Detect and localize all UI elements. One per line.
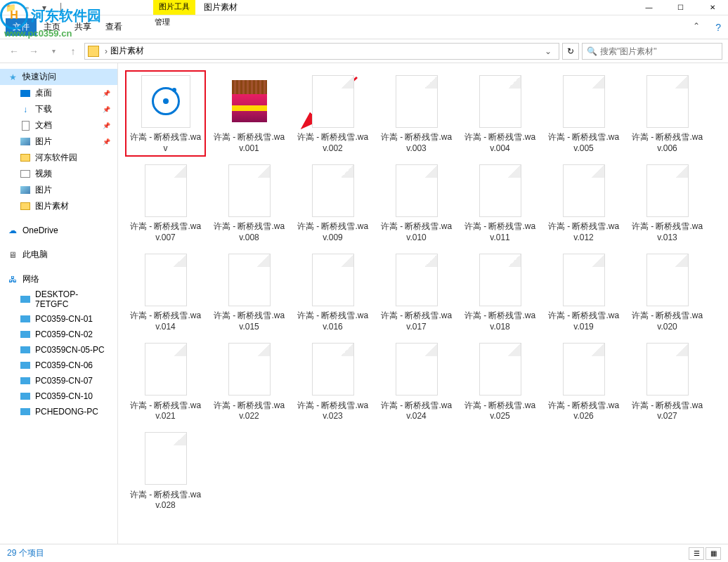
file-item[interactable]: 许嵩 - 断桥残雪.wav.007 [125,159,206,246]
sidebar-network-computer[interactable]: PC0359-CN-02 [0,327,117,342]
view-details-button[interactable]: ☰ [689,547,704,560]
chevron-right-icon[interactable]: › [102,46,110,56]
file-item[interactable]: 许嵩 - 断桥残雪.wav.012 [543,159,624,246]
qat-properties-icon[interactable]: ▫ [20,1,35,15]
ribbon-tab-share[interactable]: 共享 [67,18,98,36]
file-item[interactable]: 许嵩 - 断桥残雪.wav.008 [209,159,290,246]
file-item[interactable]: 许嵩 - 断桥残雪.wav.021 [125,339,206,425]
file-thumbnail [556,251,612,308]
file-item[interactable]: 许嵩 - 断桥残雪.wav.010 [376,159,457,246]
file-item[interactable]: 许嵩 - 断桥残雪.wav.004 [460,70,540,157]
search-box[interactable]: 🔍 [582,43,722,60]
sidebar-network-computer[interactable]: PC0359-CN-06 [0,358,117,373]
pin-icon: 📌 [103,106,110,113]
sidebar-network-computer[interactable]: PC0359-CN-07 [0,373,117,388]
sidebar-quick-access[interactable]: ★ 快速访问 [0,69,117,85]
file-thumbnail [305,341,361,398]
file-item[interactable]: 许嵩 - 断桥残雪.wav [125,70,206,157]
file-item[interactable]: 许嵩 - 断桥残雪.wav.015 [209,249,290,335]
refresh-button[interactable]: ↻ [562,43,579,60]
sidebar-network-computer[interactable]: PC0359-CN-01 [0,311,117,327]
ribbon-tab-home[interactable]: 主页 [37,18,67,36]
file-item[interactable]: 许嵩 - 断桥残雪.wav.027 [627,339,708,425]
folder-icon[interactable]: 📁 [3,1,18,15]
folder-icon [20,152,31,164]
sidebar-quick-item[interactable]: 图片素材 [0,198,117,214]
file-thumbnail [221,341,278,398]
sidebar-label: 快速访问 [22,71,56,83]
desktop-icon [20,88,31,99]
nav-up-button[interactable]: ↑ [65,43,82,60]
file-item[interactable]: 许嵩 - 断桥残雪.wav.011 [460,159,540,246]
file-name-label: 许嵩 - 断桥残雪.wav.018 [462,311,538,332]
file-item[interactable]: 许嵩 - 断桥残雪.wav.003 [376,70,457,157]
pin-icon: 📌 [103,138,110,145]
file-item[interactable]: 许嵩 - 断桥残雪.wav.014 [125,249,206,335]
file-item[interactable]: 许嵩 - 断桥残雪.wav.020 [627,249,708,335]
file-thumbnail [639,73,696,129]
file-thumbnail [305,251,361,308]
ribbon-tab-view[interactable]: 查看 [98,18,129,36]
file-thumbnail [138,341,194,398]
view-icons-button[interactable]: ▦ [706,547,721,560]
file-item[interactable]: 许嵩 - 断桥残雪.wav.018 [460,249,540,335]
breadcrumb-current[interactable]: 图片素材 [110,45,144,57]
file-item[interactable]: 许嵩 - 断桥残雪.wav.006 [627,70,708,157]
file-item[interactable]: 许嵩 - 断桥残雪.wav.023 [292,339,373,425]
file-item[interactable]: 许嵩 - 断桥残雪.wav.001 [209,70,290,157]
nav-history-dropdown[interactable]: ▾ [45,43,62,60]
file-item[interactable]: 许嵩 - 断桥残雪.wav.009 [292,159,373,246]
file-name-label: 许嵩 - 断桥残雪.wav.010 [379,221,454,243]
sidebar-quick-item[interactable]: 桌面📌 [0,85,117,101]
ribbon-expand-icon[interactable]: ⌃ [693,21,700,31]
close-button[interactable]: ✕ [696,0,728,15]
file-item[interactable]: 许嵩 - 断桥残雪.wav.026 [543,339,624,425]
file-item[interactable]: 许嵩 - 断桥残雪.wav.016 [292,249,373,335]
sidebar-quick-item[interactable]: 河东软件园 [0,150,117,166]
file-name-label: 许嵩 - 断桥残雪.wav.002 [295,132,370,154]
file-item[interactable]: 许嵩 - 断桥残雪.wav.028 [125,428,206,514]
file-item[interactable]: 许嵩 - 断桥残雪.wav.002 [292,70,373,157]
file-thumbnail [472,341,528,398]
help-icon[interactable]: ? [715,22,721,33]
file-item[interactable]: 许嵩 - 断桥残雪.wav.019 [543,249,624,335]
breadcrumb[interactable]: › 图片素材 ⌄ [84,43,559,60]
file-thumbnail [138,251,194,308]
file-name-label: 许嵩 - 断桥残雪.wav.004 [462,132,538,154]
pic-icon [20,136,31,148]
sidebar-network-computer[interactable]: PCHEDONG-PC [0,404,117,419]
file-item[interactable]: 许嵩 - 断桥残雪.wav.024 [376,339,457,425]
sidebar-network-computer[interactable]: PC0359-CN-10 [0,388,117,404]
file-content-area[interactable]: 许嵩 - 断桥残雪.wav许嵩 - 断桥残雪.wav.001许嵩 - 断桥残雪.… [118,63,728,544]
sidebar-quick-item[interactable]: 视频 [0,166,117,182]
minimize-button[interactable]: — [633,0,665,15]
file-name-label: 许嵩 - 断桥残雪.wav.024 [379,400,454,422]
sidebar-quick-item[interactable]: 图片📌 [0,133,117,150]
sidebar-item-label: DESKTOP-7ETGFC [35,289,110,309]
sidebar-network[interactable]: 🖧 网络 [0,271,117,287]
sidebar-network-computer[interactable]: DESKTOP-7ETGFC [0,287,117,311]
ribbon-tab-file[interactable]: 文件 [6,18,37,36]
sidebar-quick-item[interactable]: ↓下载📌 [0,101,117,117]
file-item[interactable]: 许嵩 - 断桥残雪.wav.022 [209,339,290,425]
sidebar-this-pc[interactable]: 🖥 此电脑 [0,247,117,263]
file-name-label: 许嵩 - 断桥残雪.wav.026 [546,400,621,422]
file-item[interactable]: 许嵩 - 断桥残雪.wav.005 [543,70,624,157]
search-input[interactable] [600,46,717,56]
file-item[interactable]: 许嵩 - 断桥残雪.wav.013 [627,159,708,246]
sidebar-onedrive[interactable]: ☁ OneDrive [0,223,117,238]
sidebar-quick-item[interactable]: 文档📌 [0,117,117,133]
sidebar-quick-item[interactable]: 图片 [0,182,117,198]
sidebar-item-label: 河东软件园 [35,152,77,164]
breadcrumb-dropdown-icon[interactable]: ⌄ [540,46,556,56]
file-item[interactable]: 许嵩 - 断桥残雪.wav.017 [376,249,457,335]
nav-forward-button[interactable]: → [25,43,42,60]
sidebar-network-computer[interactable]: PC0359CN-05-PC [0,342,117,358]
ribbon-tab-manage[interactable]: 管理 [155,17,170,27]
pic-icon [20,185,31,196]
file-thumbnail [389,341,445,398]
file-item[interactable]: 许嵩 - 断桥残雪.wav.025 [460,339,540,425]
maximize-button[interactable]: ☐ [665,0,696,15]
nav-back-button[interactable]: ← [6,43,22,60]
qat-dropdown-icon[interactable]: ▾ [37,1,52,15]
